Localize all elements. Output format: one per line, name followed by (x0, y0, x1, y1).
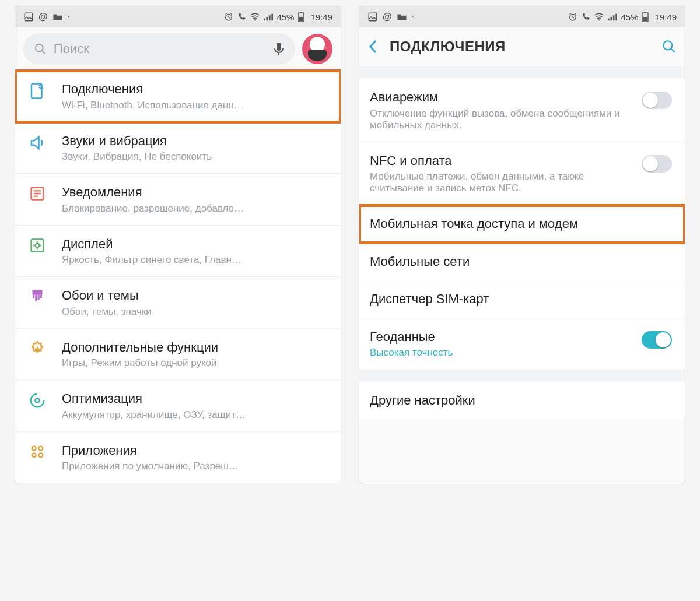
search-button[interactable] (662, 39, 677, 54)
item-title: Геоданные (370, 329, 629, 345)
sound-icon (29, 134, 46, 152)
item-title: Обои и темы (62, 287, 328, 304)
search-input[interactable]: Поиск (23, 33, 295, 65)
item-sub: Мобильные платежи, обмен данными, а такж… (370, 171, 629, 194)
connections-list-2: Другие настройки (359, 382, 685, 419)
signal-icon (264, 13, 273, 21)
svg-point-19 (32, 446, 36, 450)
svg-rect-28 (613, 15, 615, 20)
connections-item-mobile-networks[interactable]: Мобильные сети (359, 243, 685, 281)
item-title: Диспетчер SIM-карт (370, 291, 672, 307)
back-button[interactable] (368, 38, 379, 55)
settings-item-display[interactable]: Дисплей Яркость, Фильтр синего света, Гл… (15, 226, 341, 277)
svg-point-21 (32, 453, 36, 457)
connections-icon (29, 82, 46, 100)
nfc-toggle[interactable] (642, 155, 672, 173)
settings-item-connections[interactable]: Подключения Wi-Fi, Bluetooth, Использова… (15, 71, 341, 122)
svg-rect-0 (24, 13, 33, 21)
connections-item-hotspot[interactable]: Мобильная точка доступа и модем (359, 205, 685, 243)
item-sub: Блокирование, разрешение, добавле… (62, 203, 328, 215)
svg-rect-8 (299, 17, 303, 21)
battery-icon (642, 12, 649, 22)
item-title: Авиарежим (370, 89, 629, 106)
alarm-icon (568, 12, 578, 22)
wifi-icon (250, 12, 260, 22)
connections-item-nfc[interactable]: NFC и оплата Мобильные платежи, обмен да… (359, 142, 685, 206)
mic-icon[interactable] (273, 42, 285, 56)
clock-time: 19:49 (654, 12, 677, 22)
profile-avatar[interactable] (302, 34, 332, 64)
item-title: Приложения (62, 442, 328, 459)
item-sub: Звуки, Вибрация, Не беспокоить (62, 151, 328, 163)
svg-rect-26 (608, 19, 610, 21)
notif-image-icon (368, 12, 378, 22)
item-title: NFC и оплата (370, 153, 629, 169)
svg-rect-9 (300, 12, 302, 13)
svg-point-33 (663, 41, 672, 50)
svg-rect-4 (267, 17, 268, 20)
page-header: ПОДКЛЮЧЕНИЯ (359, 27, 685, 66)
svg-rect-14 (32, 239, 44, 251)
connections-list: Авиарежим Отключение функций вызова, обм… (359, 79, 685, 369)
connections-item-sim[interactable]: Диспетчер SIM-карт (359, 280, 685, 318)
notif-folder-icon (52, 12, 63, 22)
svg-point-18 (35, 398, 40, 403)
item-sub: Яркость, Фильтр синего света, Главн… (62, 254, 328, 266)
section-gap (359, 369, 685, 382)
battery-percent: 45% (621, 12, 638, 22)
svg-rect-5 (269, 15, 271, 20)
airplane-toggle[interactable] (642, 92, 672, 109)
settings-item-apps[interactable]: Приложения Приложения по умолчанию, Разр… (15, 432, 341, 483)
item-title: Звуки и вибрация (62, 133, 328, 149)
notif-image-icon (23, 12, 34, 22)
settings-main-screen: @ · 45% 19:49 (15, 6, 341, 483)
item-sub: Приложения по умолчанию, Разреш… (62, 461, 328, 472)
item-title: Подключения (62, 81, 328, 97)
svg-rect-3 (264, 19, 265, 21)
page-title: ПОДКЛЮЧЕНИЯ (390, 38, 506, 55)
settings-list: Подключения Wi-Fi, Bluetooth, Использова… (15, 71, 341, 483)
notif-more-icon: · (68, 12, 70, 22)
notif-more-icon: · (412, 12, 414, 22)
settings-item-maintenance[interactable]: Оптимизация Аккумулятор, хранилище, ОЗУ,… (15, 380, 341, 432)
wifi-icon (594, 12, 604, 22)
svg-rect-23 (369, 13, 377, 21)
item-sub: Высокая точность (370, 347, 629, 359)
apps-icon (29, 444, 46, 460)
item-sub: Обои, темы, значки (62, 306, 328, 318)
connections-item-airplane[interactable]: Авиарежим Отключение функций вызова, обм… (359, 79, 685, 142)
settings-item-notifications[interactable]: Уведомления Блокирование, разрешение, до… (15, 174, 341, 226)
battery-percent: 45% (276, 12, 294, 22)
svg-point-20 (38, 446, 43, 450)
alarm-icon (224, 12, 233, 22)
svg-rect-6 (272, 14, 274, 21)
svg-rect-32 (644, 12, 646, 13)
item-title: Уведомления (62, 184, 328, 201)
item-title: Оптимизация (62, 391, 328, 407)
connections-item-location[interactable]: Геоданные Высокая точность (359, 318, 685, 370)
settings-item-wallpaper[interactable]: Обои и темы Обои, темы, значки (15, 277, 341, 329)
svg-point-15 (36, 243, 40, 247)
item-title: Мобильные сети (370, 254, 672, 270)
clock-time: 19:49 (310, 12, 332, 22)
wifi-call-icon (237, 12, 246, 22)
svg-point-10 (36, 44, 43, 52)
location-toggle[interactable] (642, 331, 672, 349)
item-title: Дополнительные функции (62, 339, 328, 356)
settings-item-sounds[interactable]: Звуки и вибрация Звуки, Вибрация, Не бес… (15, 122, 341, 174)
wifi-call-icon (581, 12, 590, 22)
item-sub: Игры, Режим работы одной рукой (62, 357, 328, 369)
search-placeholder: Поиск (54, 41, 89, 57)
signal-icon (608, 13, 617, 21)
display-icon (29, 237, 46, 254)
notifications-icon (29, 185, 46, 202)
item-sub: Аккумулятор, хранилище, ОЗУ, защит… (62, 409, 328, 421)
status-bar: @ · 45% 19:49 (359, 6, 685, 27)
item-title: Мобильная точка доступа и модем (370, 216, 672, 232)
item-sub: Отключение функций вызова, обмена сообще… (370, 108, 629, 131)
notif-at-icon: @ (38, 12, 48, 22)
svg-rect-11 (276, 43, 281, 51)
notif-folder-icon (397, 12, 407, 22)
connections-item-more[interactable]: Другие настройки (359, 382, 685, 419)
settings-item-advanced[interactable]: Дополнительные функции Игры, Режим работ… (15, 329, 341, 381)
